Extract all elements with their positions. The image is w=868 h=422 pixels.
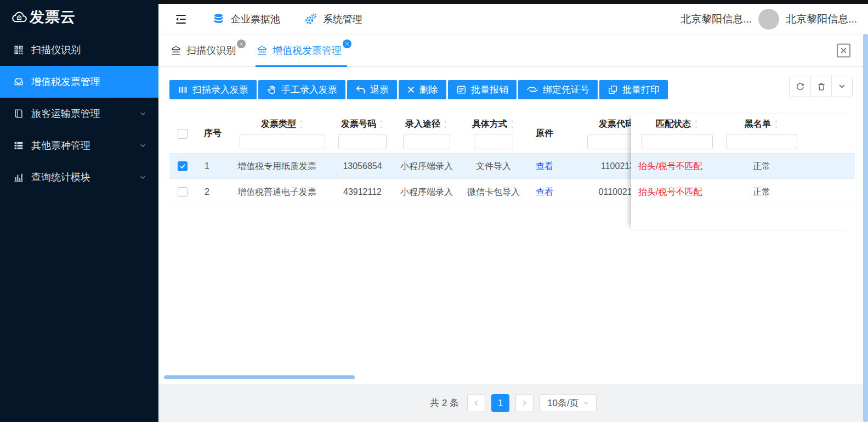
barcode-icon (178, 85, 188, 95)
sort-icon[interactable] (774, 120, 779, 129)
table-header-row-fixed: 匹配状态 黑名单 (631, 114, 855, 154)
avatar[interactable] (758, 9, 779, 30)
trash-button[interactable] (810, 76, 831, 97)
chevron-down-icon (838, 82, 846, 91)
tab-vat-invoice-management[interactable]: 增值税发票管理 (256, 35, 349, 66)
user-name[interactable]: 北京黎阳信息... (786, 12, 857, 26)
sidebar-item-label: 增值税发票管理 (31, 75, 100, 88)
sort-icon[interactable] (510, 120, 515, 129)
window-top-strip (158, 0, 868, 4)
row-checkbox[interactable] (178, 187, 188, 197)
menu-fold-icon[interactable] (174, 12, 188, 26)
cell-entry-method: 微信卡包导入 (463, 187, 524, 198)
vertical-scrollbar[interactable] (863, 34, 868, 422)
cell-blacklist: 正常 (723, 161, 800, 172)
next-page-button[interactable] (515, 394, 534, 412)
refresh-icon (795, 82, 805, 92)
view-original-link[interactable]: 查看 (536, 187, 553, 198)
x-icon (407, 86, 415, 94)
database-icon (212, 13, 225, 25)
sidebar-item-passenger-transport[interactable]: 旅客运输票管理 (0, 98, 158, 130)
qr-scanner-icon (13, 44, 24, 55)
cell-match-status: 抬头/税号不匹配 (631, 187, 723, 198)
row-checkbox[interactable] (178, 161, 188, 171)
cell-invoice-code: 11002131 (565, 161, 631, 171)
sidebar-item-label: 旅客运输票管理 (31, 107, 100, 120)
company-name[interactable]: 北京黎阳信息... (680, 12, 752, 26)
filter-input-entry-channel[interactable] (403, 134, 450, 149)
chevron-left-icon (473, 400, 480, 407)
sort-icon[interactable] (694, 120, 699, 129)
column-header-invoice-number: 发票号码 (341, 119, 376, 130)
sort-icon[interactable] (379, 120, 384, 129)
table-row-fixed[interactable]: 抬头/税号不匹配 正常 (631, 154, 855, 179)
chevron-right-icon (521, 400, 528, 407)
list-stack-icon (13, 140, 24, 151)
tab-label: 增值税发票管理 (273, 44, 342, 57)
tab-label: 扫描仪识别 (186, 44, 236, 57)
header-menu-system-management[interactable]: 系统管理 (304, 13, 362, 26)
sidebar: 发票云 扫描仪识别 增值税发票管理 旅客运输票管理 其他票种管理 (0, 0, 158, 422)
sidebar-item-label: 扫描仪识别 (31, 43, 81, 57)
bind-voucher-number-button[interactable]: 绑定凭证号 (518, 80, 598, 99)
cell-entry-method: 文件导入 (463, 161, 524, 172)
inbox-icon (13, 76, 24, 87)
scan-entry-invoice-button[interactable]: 扫描录入发票 (169, 80, 257, 99)
bar-chart-icon (13, 172, 24, 183)
main-area: 企业票据池 系统管理 北京黎阳信息... 北京黎阳信息... 扫描仪识别 增值税… (158, 0, 868, 422)
pagination-bar: 共 2 条 1 10条/页 (158, 384, 868, 422)
book-icon (13, 108, 24, 119)
batch-print-button[interactable]: 批量打印 (599, 80, 668, 99)
more-options-button[interactable] (831, 76, 852, 97)
select-all-checkbox[interactable] (178, 129, 188, 139)
table-row-fixed[interactable]: 抬头/税号不匹配 正常 (631, 179, 855, 205)
manual-entry-invoice-button[interactable]: 手工录入发票 (258, 80, 345, 99)
app-window: 发票云 扫描仪识别 增值税发票管理 旅客运输票管理 其他票种管理 (0, 0, 868, 422)
cell-blacklist: 正常 (723, 187, 800, 198)
page-number-button[interactable]: 1 (491, 394, 509, 412)
cell-entry-channel: 小程序端录入 (390, 187, 463, 198)
gears-icon (304, 13, 317, 25)
delete-button[interactable]: 删除 (399, 80, 446, 99)
cell-match-status: 抬头/税号不匹配 (631, 161, 723, 172)
sidebar-item-vat-invoice-management[interactable]: 增值税发票管理 (0, 66, 158, 98)
table-row[interactable]: 2 增值税普通电子发票 43912112 小程序端录入 微信卡包导入 查看 01… (169, 179, 631, 205)
tab-close-icon[interactable] (343, 40, 351, 48)
prev-page-button[interactable] (467, 394, 485, 412)
content-panel: 扫描录入发票 手工录入发票 退票 删除 批量报销 (158, 67, 868, 384)
filter-input-entry-method[interactable] (474, 134, 513, 149)
tab-close-icon[interactable] (237, 40, 246, 48)
sidebar-item-scanner-recognition[interactable]: 扫描仪识别 (0, 34, 158, 66)
sidebar-item-query-statistics[interactable]: 查询统计模块 (0, 161, 158, 193)
view-original-link[interactable]: 查看 (536, 161, 553, 172)
sort-icon[interactable] (299, 120, 304, 129)
filter-input-blacklist[interactable] (726, 134, 797, 149)
refund-ticket-button[interactable]: 退票 (347, 80, 397, 99)
cell-invoice-number: 13056854 (335, 161, 390, 171)
header-menu-bill-pool[interactable]: 企业票据池 (212, 13, 280, 26)
undo-icon (355, 85, 366, 95)
horizontal-scrollbar[interactable] (164, 375, 355, 379)
top-header: 企业票据池 系统管理 北京黎阳信息... 北京黎阳信息... (158, 4, 868, 34)
filter-input-invoice-type[interactable] (240, 134, 325, 149)
filter-input-invoice-number[interactable] (338, 134, 387, 149)
chevron-down-icon (139, 142, 146, 149)
cloud-home-icon (11, 9, 27, 25)
sort-icon[interactable] (443, 120, 448, 129)
bank-icon (257, 45, 268, 56)
filter-input-match-status[interactable] (642, 134, 713, 149)
cell-index: 2 (196, 187, 230, 197)
batch-reimburse-button[interactable]: 批量报销 (448, 80, 517, 99)
sidebar-item-other-tickets[interactable]: 其他票种管理 (0, 130, 158, 161)
tab-scanner-recognition[interactable]: 扫描仪识别 (169, 35, 243, 66)
column-header-blacklist: 黑名单 (745, 119, 771, 130)
table-header-row: 序号 发票类型 发票号码 (169, 114, 631, 154)
filter-input-invoice-code[interactable] (587, 134, 631, 149)
header-menu-label: 企业票据池 (231, 13, 280, 26)
cell-invoice-type: 增值税普通电子发票 (230, 187, 335, 198)
refresh-button[interactable] (790, 76, 810, 97)
table-row[interactable]: 1 增值税专用纸质发票 13056854 小程序端录入 文件导入 查看 1100… (169, 154, 631, 179)
cell-invoice-type: 增值税专用纸质发票 (230, 161, 335, 172)
page-size-select[interactable]: 10条/页 (540, 394, 597, 412)
close-panel-button[interactable] (837, 44, 850, 58)
